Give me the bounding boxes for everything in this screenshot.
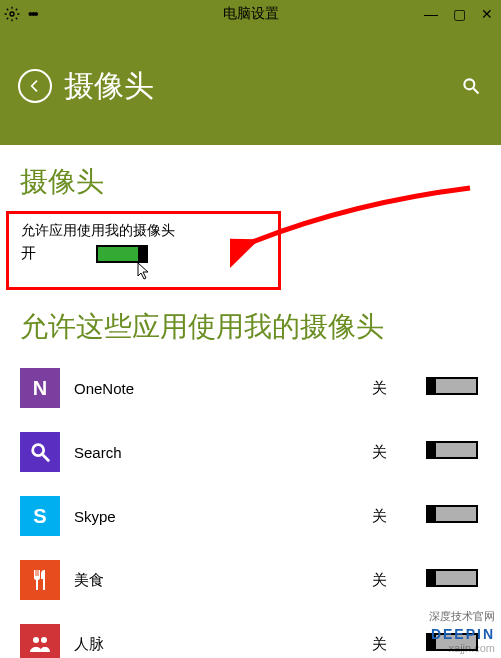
svg-line-2 xyxy=(474,89,479,94)
app-name: 人脉 xyxy=(74,635,358,654)
svg-point-0 xyxy=(10,12,14,16)
app-row: NOneNote关 xyxy=(20,356,481,420)
menu-dots-icon[interactable]: ••• xyxy=(28,6,37,22)
app-name: 美食 xyxy=(74,571,358,590)
app-toggle[interactable] xyxy=(426,633,478,651)
app-toggle[interactable] xyxy=(426,441,478,459)
app-icon xyxy=(20,624,60,658)
master-permission-toggle[interactable] xyxy=(96,245,148,263)
svg-point-6 xyxy=(33,637,39,643)
back-button[interactable] xyxy=(18,69,52,103)
search-button[interactable] xyxy=(459,74,483,98)
master-permission-highlight: 允许应用使用我的摄像头 开 xyxy=(6,211,281,290)
section-title-apps: 允许这些应用使用我的摄像头 xyxy=(20,308,481,346)
svg-point-7 xyxy=(41,637,47,643)
app-row: 人脉关 xyxy=(20,612,481,658)
page-header: 摄像头 xyxy=(0,27,501,145)
app-icon: S xyxy=(20,496,60,536)
close-button[interactable]: ✕ xyxy=(473,0,501,27)
app-state: 关 xyxy=(372,507,412,526)
svg-point-4 xyxy=(33,445,44,456)
app-name: Search xyxy=(74,444,358,461)
app-name: OneNote xyxy=(74,380,358,397)
app-state: 关 xyxy=(372,635,412,654)
app-toggle[interactable] xyxy=(426,569,478,587)
app-icon: N xyxy=(20,368,60,408)
apps-list: NOneNote关Search关SSkype关美食关人脉关日历关 xyxy=(20,356,481,658)
app-row: 美食关 xyxy=(20,548,481,612)
content-area: 摄像头 允许应用使用我的摄像头 开 允许这些应用使用我的摄像头 NOneNo xyxy=(0,145,501,658)
section-title-camera: 摄像头 xyxy=(20,163,481,201)
app-state: 关 xyxy=(372,571,412,590)
master-permission-label: 允许应用使用我的摄像头 xyxy=(21,222,266,240)
app-row: Search关 xyxy=(20,420,481,484)
app-state: 关 xyxy=(372,443,412,462)
app-row: SSkype关 xyxy=(20,484,481,548)
cursor-icon xyxy=(137,262,151,284)
app-state: 关 xyxy=(372,379,412,398)
settings-gear-icon xyxy=(2,4,22,24)
app-name: Skype xyxy=(74,508,358,525)
titlebar: ••• 电脑设置 — ▢ ✕ xyxy=(0,0,501,27)
svg-point-1 xyxy=(464,79,474,89)
minimize-button[interactable]: — xyxy=(417,0,445,27)
app-toggle[interactable] xyxy=(426,377,478,395)
maximize-button[interactable]: ▢ xyxy=(445,0,473,27)
page-title: 摄像头 xyxy=(64,66,154,107)
app-toggle[interactable] xyxy=(426,505,478,523)
app-icon xyxy=(20,432,60,472)
app-icon xyxy=(20,560,60,600)
master-permission-state: 开 xyxy=(21,244,36,263)
svg-line-5 xyxy=(43,455,49,461)
